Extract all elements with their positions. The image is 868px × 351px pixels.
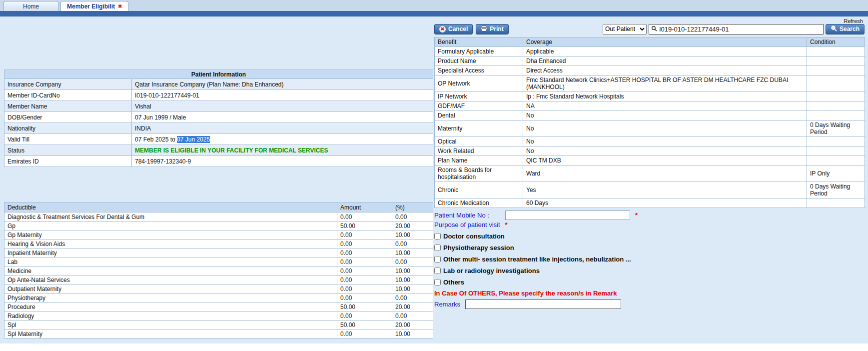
patient-type-select[interactable]: Out Patient — [603, 24, 647, 34]
patient-field-value: 784-19997-132340-9 — [132, 156, 433, 167]
other-multi-session-checkbox[interactable] — [434, 256, 441, 262]
condition-header: Condition — [807, 38, 865, 47]
benefit-row: Rooms & Boards for hospitalisationWardIP… — [435, 166, 865, 182]
patient-mobile-input[interactable] — [505, 210, 630, 220]
patient-field-label: Emirates ID — [4, 156, 132, 167]
option-label: Other multi- session treatment like inje… — [443, 256, 631, 263]
lab-or-radiology-checkbox[interactable] — [434, 268, 441, 274]
deductible-amount: 0.00 — [337, 240, 392, 248]
tab-member-eligibility[interactable]: Member Eligibilit ✖ — [60, 1, 128, 11]
benefit-condition — [807, 137, 865, 146]
visit-details-form: Patient Mobile No : * Purpose of patient… — [434, 210, 865, 309]
close-tab-icon[interactable]: ✖ — [118, 4, 122, 9]
print-button[interactable]: Print — [476, 24, 508, 34]
member-search-box — [649, 24, 824, 34]
deductible-name: Spl Maternity — [4, 330, 337, 338]
deductible-row: Physiotherapy0.000.00 — [4, 294, 433, 302]
benefit-coverage: Applicable — [523, 47, 807, 56]
benefit-coverage: Dha Enhanced — [523, 56, 807, 66]
deductible-name: Lab — [4, 258, 337, 266]
benefit-row: MaternityNo0 Days Waiting Period — [435, 120, 865, 137]
cancel-button[interactable]: ✖ Cancel — [434, 24, 473, 34]
coverage-header: Coverage — [523, 38, 807, 47]
benefit-condition — [807, 47, 865, 56]
benefit-name: Rooms & Boards for hospitalisation — [435, 166, 523, 182]
option-physiotherapy-session[interactable]: Physiotherapy session — [434, 244, 865, 252]
eligibility-toolbar: ✖ Cancel Print Out Patient Search — [434, 24, 865, 34]
deductible-name: Inpatient Maternity — [4, 248, 337, 258]
benefit-condition — [807, 76, 865, 92]
deductible-amount: 0.00 — [337, 230, 392, 240]
patient-info-row: Insurance Company Qatar Insurance Compan… — [4, 79, 433, 90]
option-others[interactable]: Others — [434, 278, 865, 286]
deductible-name: Op Ante-Natal Services — [4, 276, 337, 284]
deductible-name: Gp — [4, 222, 337, 230]
deductible-amount: 0.00 — [337, 330, 392, 338]
benefit-name: Work Related — [435, 146, 523, 156]
patient-field-value: 07 Feb 2025 to 07 Jun 2025 — [132, 134, 433, 145]
deductible-percent: 20.00 — [392, 320, 433, 330]
remarks-input[interactable] — [465, 300, 621, 309]
benefit-name: Chronic Medication — [435, 198, 523, 208]
patient-field-label: Member Name — [4, 101, 132, 112]
printer-icon — [481, 26, 487, 33]
benefit-row: OP NetworkFmc Standard Network Clinics+A… — [435, 76, 865, 92]
deductible-percent: 10.00 — [392, 230, 433, 240]
option-lab-or-radiology[interactable]: Lab or radiology investigations — [434, 266, 865, 275]
benefit-condition — [807, 102, 865, 111]
deductible-row: Diagnostic & Treatment Services For Dent… — [4, 212, 433, 222]
patient-field-label: Nationality — [4, 123, 132, 134]
search-button-label: Search — [840, 26, 860, 32]
benefit-name: IP Network — [435, 92, 523, 102]
patient-info-row: DOB/Gender 07 Jun 1999 / Male — [4, 112, 433, 123]
deductible-amount: 0.00 — [337, 212, 392, 222]
deductible-amount: 0.00 — [337, 294, 392, 302]
deductible-percent: 0.00 — [392, 212, 433, 222]
deductible-amount: 0.00 — [337, 312, 392, 320]
benefit-name: Dental — [435, 111, 523, 120]
deductible-percent: 0.00 — [392, 258, 433, 266]
benefit-condition — [807, 56, 865, 66]
benefit-coverage: Ip : Fmc Standard Network Hospitals — [523, 92, 807, 102]
deductible-row: Gp Maternity0.0010.00 — [4, 230, 433, 240]
deductible-name: Hearing & Vision Aids — [4, 240, 337, 248]
tab-strip: Home Member Eligibilit ✖ — [0, 0, 868, 11]
doctor-consultation-checkbox[interactable] — [434, 233, 441, 240]
option-doctor-consultation[interactable]: Doctor consultation — [434, 232, 865, 240]
magnifier-icon — [651, 24, 657, 34]
selected-date-text: 07 Jun 2025 — [177, 136, 210, 143]
patient-mobile-label: Patient Mobile No : — [434, 212, 505, 219]
benefit-row: Specialist AccessDirect Access — [435, 66, 865, 76]
tab-home[interactable]: Home — [3, 1, 58, 11]
benefit-name: Maternity — [435, 120, 523, 137]
others-checkbox[interactable] — [434, 279, 441, 286]
benefit-row: Plan NameQIC TM DXB — [435, 156, 865, 166]
required-asterisk: * — [505, 221, 508, 228]
benefit-condition: 0 Days Waiting Period — [807, 120, 865, 137]
option-other-multi-session[interactable]: Other multi- session treatment like inje… — [434, 255, 865, 264]
deductible-row: Hearing & Vision Aids0.000.00 — [4, 240, 433, 248]
deductible-percent: 10.00 — [392, 248, 433, 258]
deductible-amount: 50.00 — [337, 302, 392, 312]
deductible-percent: 0.00 — [392, 312, 433, 320]
deductible-percent: 0.00 — [392, 294, 433, 302]
deductible-row: Op Ante-Natal Services0.0010.00 — [4, 276, 433, 284]
deductible-row: Outpatient Maternity0.0010.00 — [4, 284, 433, 294]
benefit-row: Chronic Medication60 Days — [435, 198, 865, 208]
member-search-input[interactable] — [659, 26, 821, 33]
deductible-percent: 10.00 — [392, 330, 433, 338]
patient-field-label: DOB/Gender — [4, 112, 132, 123]
physiotherapy-session-checkbox[interactable] — [434, 244, 441, 251]
option-label: Doctor consultation — [443, 232, 505, 240]
deductible-amount: 0.00 — [337, 258, 392, 266]
benefit-coverage: Fmc Standard Network Clinics+ASTER HOSPI… — [523, 76, 807, 92]
patient-field-value: I019-010-122177449-01 — [132, 90, 433, 101]
search-button[interactable]: Search — [826, 24, 865, 34]
deductible-amount: 0.00 — [337, 276, 392, 284]
patient-field-label: Status — [4, 145, 132, 156]
patient-information-table: Patient Information Insurance Company Qa… — [4, 70, 433, 167]
benefit-header: Benefit — [435, 38, 523, 47]
deductible-name: Radiology — [4, 312, 337, 320]
patient-field-label: Valid Till — [4, 134, 132, 145]
deductible-name: Procedure — [4, 302, 337, 312]
